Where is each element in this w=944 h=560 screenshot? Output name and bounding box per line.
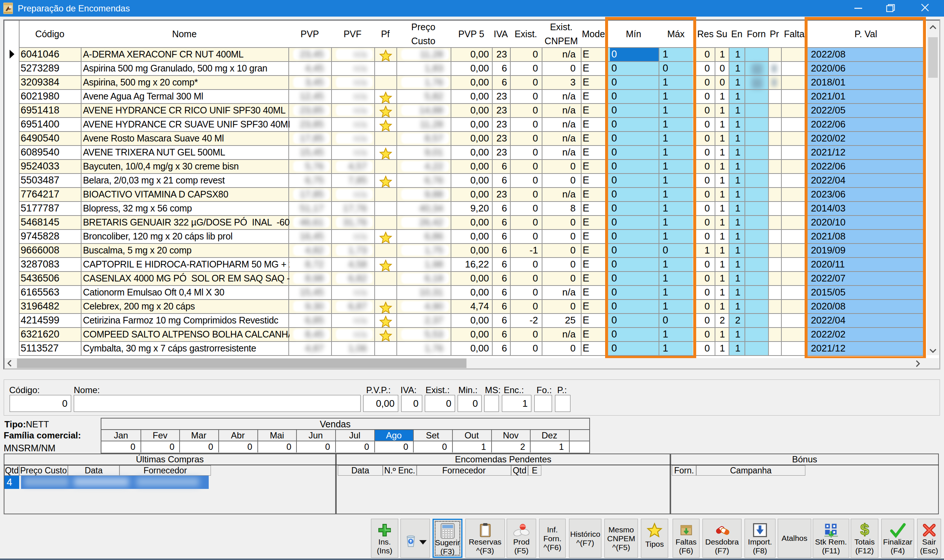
svg-text:$: $ [860, 522, 869, 538]
